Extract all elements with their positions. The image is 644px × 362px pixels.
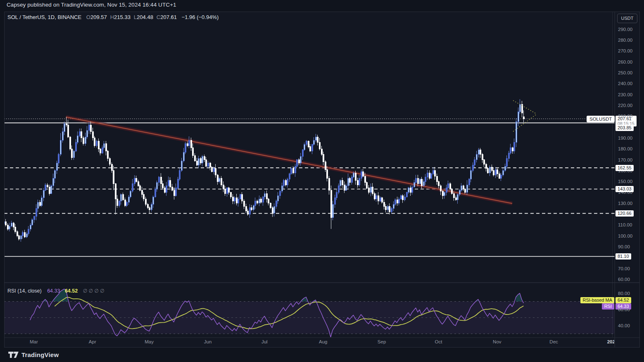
price-tick-label: 150.00 <box>618 179 632 184</box>
tradingview-published-chart: Capsey published on TradingView.com, Nov… <box>0 0 644 362</box>
month-label: Jun <box>204 339 212 344</box>
price-tick-label: 70.00 <box>618 266 630 271</box>
ohlc-prefix: C <box>157 14 160 20</box>
symbol-legend[interactable]: SOL / TetherUS, 1D, BINANCE O209.57H215.… <box>7 14 219 20</box>
price-line-badge[interactable]: 120.66 <box>615 210 634 217</box>
price-tick-label: 280.00 <box>618 38 632 43</box>
rsi-ma-value-badge: 64.52 <box>615 297 631 303</box>
price-tick-label: 220.00 <box>618 103 632 108</box>
month-label: Oct <box>435 339 442 344</box>
month-label: Jul <box>261 339 268 344</box>
ohlc-prefix: H <box>110 14 114 20</box>
month-label: Dec <box>549 339 558 344</box>
month-label: May <box>145 339 154 344</box>
month-label: Aug <box>319 339 327 344</box>
price-tick-label: 90.00 <box>618 244 630 249</box>
price-tick-label: 110.00 <box>618 222 632 227</box>
year-label: 2025 <box>607 339 614 344</box>
price-tick-label: 240.00 <box>618 81 632 86</box>
ohlc-prefix: O <box>86 14 90 20</box>
symbol-title[interactable]: SOL / TetherUS, 1D, BINANCE <box>7 14 81 20</box>
ohlc-value: 209.57 <box>90 14 107 20</box>
rsi-line-label[interactable]: RSI <box>602 303 614 310</box>
solusdt-price-marker[interactable]: SOLUSDT <box>587 116 615 122</box>
month-label: Apr <box>89 339 96 344</box>
price-tick-label: 250.00 <box>618 70 632 75</box>
price-line-badge[interactable]: 162.55 <box>615 165 634 171</box>
price-tick-label: 130.00 <box>618 201 632 206</box>
chart-background <box>4 12 640 348</box>
price-tick-label: 290.00 <box>618 27 632 32</box>
chart-surface[interactable] <box>0 0 644 362</box>
price-chart-canvas[interactable] <box>0 0 644 362</box>
ohlc-value: 204.48 <box>137 14 153 20</box>
month-label: Sep <box>378 339 386 344</box>
price-line-badge[interactable]: 81.10 <box>615 253 631 260</box>
price-line-badge[interactable]: 203.85 <box>615 125 634 131</box>
ohlc-value: 207.61 <box>160 14 177 20</box>
price-line-badge[interactable]: 143.03 <box>615 186 634 192</box>
price-tick-label: 60.00 <box>618 277 630 282</box>
price-tick-label: 260.00 <box>618 60 632 64</box>
ohlc-prefix: L <box>134 14 137 20</box>
published-bar: Capsey published on TradingView.com, Nov… <box>7 2 176 8</box>
rsi-ma-line-label[interactable]: RSI-based MA <box>580 297 614 303</box>
currency-toggle-button[interactable]: USDT <box>617 14 637 23</box>
price-tick-label: 270.00 <box>618 48 632 53</box>
rsi-tick-label: 40.00 <box>618 323 630 328</box>
price-tick-label: 190.00 <box>618 136 632 141</box>
rsi-ma-legend-value: 64.52 <box>65 288 78 294</box>
price-tick-label: 180.00 <box>618 146 632 151</box>
tradingview-footer: TradingView <box>8 351 59 359</box>
price-tick-label: 100.00 <box>618 233 632 238</box>
change-value: −1.96 (−0.94%) <box>182 14 219 20</box>
price-tick-label: 170.00 <box>618 157 632 162</box>
rsi-legend-value: 64.33 <box>47 288 60 294</box>
rsi-hidden-plot-icons[interactable]: ∅ ∅ ∅ ∅ <box>83 288 105 294</box>
ohlc-values: O209.57H215.33L204.48C207.61 <box>83 14 177 20</box>
month-label: Mar <box>30 339 38 344</box>
rsi-tick-label: 80.00 <box>618 291 630 296</box>
ohlc-value: 215.33 <box>114 14 131 20</box>
rsi-legend-title[interactable]: RSI (14, close) <box>7 288 42 294</box>
month-label: Nov <box>493 339 501 344</box>
price-tick-label: 230.00 <box>618 92 632 97</box>
rsi-legend[interactable]: RSI (14, close) 64.33 64.52 ∅ ∅ ∅ ∅ <box>7 288 105 294</box>
price-tick-label: 210.00 <box>618 114 632 119</box>
tradingview-logo-icon[interactable] <box>8 351 19 359</box>
tradingview-brand[interactable]: TradingView <box>21 351 59 358</box>
rsi-tick-label: 60.00 <box>618 307 630 312</box>
